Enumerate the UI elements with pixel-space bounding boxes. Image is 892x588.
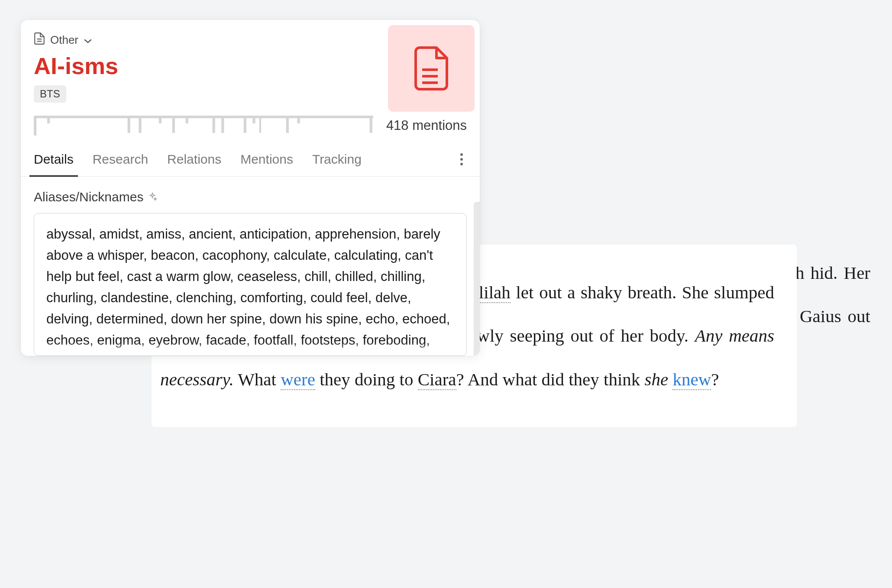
svg-rect-17: [259, 116, 261, 133]
tab-tracking[interactable]: Tracking: [312, 144, 362, 176]
svg-point-23: [460, 163, 463, 165]
document-icon: [412, 45, 451, 92]
svg-rect-9: [139, 116, 141, 133]
svg-rect-15: [244, 116, 246, 133]
mentions-count: 418 mentions: [386, 118, 467, 133]
svg-rect-6: [34, 116, 36, 136]
category-label: Other: [50, 33, 78, 47]
aliases-section-label: Aliases/Nicknames: [34, 190, 467, 204]
kebab-menu-icon: [460, 153, 463, 166]
entity-icon-box: [388, 25, 475, 112]
svg-point-22: [460, 158, 463, 161]
panel-scrollbar[interactable]: [474, 202, 480, 356]
svg-rect-19: [297, 116, 300, 123]
svg-rect-8: [128, 116, 130, 133]
highlighted-word-were[interactable]: were: [281, 369, 315, 390]
svg-point-21: [460, 153, 463, 156]
tab-details[interactable]: Details: [34, 144, 74, 176]
tabs-row: Details Research Relations Mentions Trac…: [21, 144, 480, 177]
svg-rect-12: [186, 116, 188, 123]
aliases-textarea[interactable]: abyssal, amidst, amiss, ancient, anticip…: [34, 213, 467, 356]
svg-rect-7: [47, 116, 50, 123]
mentions-frequency-chart[interactable]: [34, 116, 373, 136]
tab-mentions[interactable]: Mentions: [240, 144, 293, 176]
entity-ciara[interactable]: Ciara: [418, 369, 456, 390]
chevron-down-icon: [84, 33, 92, 47]
entity-gaius[interactable]: Gaius: [800, 306, 841, 326]
svg-rect-14: [221, 116, 224, 133]
sparkle-icon: [148, 190, 157, 204]
svg-rect-13: [213, 116, 215, 133]
svg-rect-16: [252, 116, 255, 123]
tab-relations[interactable]: Relations: [167, 144, 221, 176]
svg-rect-18: [286, 116, 289, 133]
tag-badge[interactable]: BTS: [34, 85, 66, 103]
svg-rect-5: [34, 116, 373, 118]
highlighted-word-knew[interactable]: knew: [672, 369, 711, 390]
svg-rect-10: [159, 116, 162, 123]
svg-rect-11: [172, 116, 175, 133]
more-options-button[interactable]: [456, 149, 467, 171]
svg-rect-20: [370, 116, 372, 133]
document-small-icon: [34, 32, 45, 48]
detail-panel: Other AI-isms BTS: [21, 20, 480, 356]
tab-research[interactable]: Research: [93, 144, 148, 176]
